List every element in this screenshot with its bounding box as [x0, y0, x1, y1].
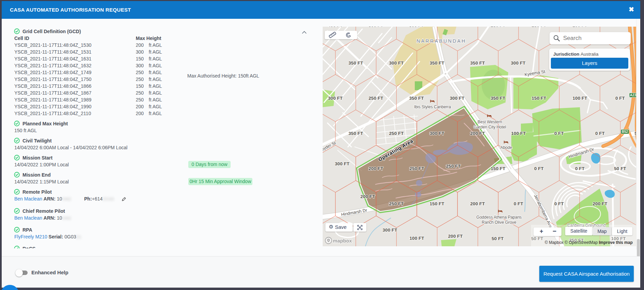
- svg-text:Garden City Hotel: Garden City Hotel: [473, 125, 506, 129]
- svg-text:A23: A23: [630, 93, 636, 97]
- svg-text:300 FT: 300 FT: [511, 60, 526, 66]
- svg-text:Best Western: Best Western: [478, 120, 502, 124]
- svg-text:300 FT: 300 FT: [328, 96, 343, 101]
- svg-text:150 FT: 150 FT: [430, 201, 445, 206]
- svg-text:250 FT: 250 FT: [389, 201, 404, 206]
- svg-text:300 FT: 300 FT: [409, 27, 424, 28]
- svg-text:300 FT: 300 FT: [369, 27, 384, 28]
- svg-text:350 FT: 350 FT: [430, 60, 445, 66]
- svg-text:250 FT: 250 FT: [410, 166, 425, 171]
- svg-text:100 FT: 100 FT: [511, 131, 526, 136]
- svg-text:100 FT: 100 FT: [573, 96, 588, 101]
- svg-text:Ibis Styles Canberra: Ibis Styles Canberra: [414, 105, 451, 109]
- svg-text:400 FT: 400 FT: [328, 27, 343, 28]
- svg-text:300 FT: 300 FT: [389, 60, 404, 66]
- svg-text:250 FT: 250 FT: [389, 131, 404, 136]
- svg-text:0 FT: 0 FT: [575, 166, 585, 171]
- svg-text:200 FT: 200 FT: [593, 201, 608, 206]
- svg-text:350 FT: 350 FT: [349, 131, 364, 136]
- svg-text:200 FT: 200 FT: [573, 27, 588, 28]
- svg-text:300 FT: 300 FT: [335, 161, 350, 166]
- svg-text:Goddess Athena Paparis: Goddess Athena Paparis: [477, 215, 522, 220]
- svg-text:350 FT: 350 FT: [470, 60, 485, 66]
- svg-text:250 FT: 250 FT: [446, 164, 461, 169]
- svg-text:Ranch Olive Grove: Ranch Olive Grove: [482, 220, 516, 225]
- svg-text:0 FT: 0 FT: [615, 96, 625, 101]
- svg-text:B52: B52: [622, 130, 628, 134]
- svg-text:250 FT: 250 FT: [369, 96, 384, 101]
- svg-text:250 FT: 250 FT: [532, 27, 547, 28]
- svg-text:200 FT: 200 FT: [369, 166, 384, 171]
- svg-text:250 FT: 250 FT: [491, 27, 506, 28]
- svg-text:200 FT: 200 FT: [470, 131, 485, 136]
- svg-text:200 FT: 200 FT: [448, 234, 463, 239]
- svg-text:300 FT: 300 FT: [383, 227, 398, 233]
- svg-text:350 FT: 350 FT: [409, 96, 424, 101]
- svg-text:150 FT: 150 FT: [491, 166, 506, 171]
- svg-text:50 FT: 50 FT: [614, 166, 626, 171]
- svg-text:300 FT: 300 FT: [450, 96, 465, 101]
- svg-text:200 FT: 200 FT: [361, 194, 376, 199]
- svg-text:0 FT: 0 FT: [514, 201, 524, 206]
- svg-text:50 FT: 50 FT: [492, 236, 504, 241]
- svg-text:150 FT: 150 FT: [532, 96, 547, 101]
- svg-text:Abode: Abode: [500, 145, 512, 150]
- svg-text:100 FT: 100 FT: [410, 236, 425, 241]
- svg-text:200 FT: 200 FT: [470, 201, 485, 206]
- svg-text:0 FT: 0 FT: [595, 131, 605, 136]
- svg-text:350 FT: 350 FT: [349, 60, 364, 66]
- svg-text:0 FT: 0 FT: [554, 201, 564, 206]
- svg-text:NARRABUNDAH: NARRABUNDAH: [416, 38, 466, 44]
- svg-text:0 FT: 0 FT: [554, 131, 564, 136]
- svg-text:0 FT: 0 FT: [534, 166, 544, 171]
- svg-text:mapbox: mapbox: [333, 238, 352, 244]
- svg-text:350 FT: 350 FT: [491, 96, 506, 101]
- svg-text:300 FT: 300 FT: [430, 131, 445, 136]
